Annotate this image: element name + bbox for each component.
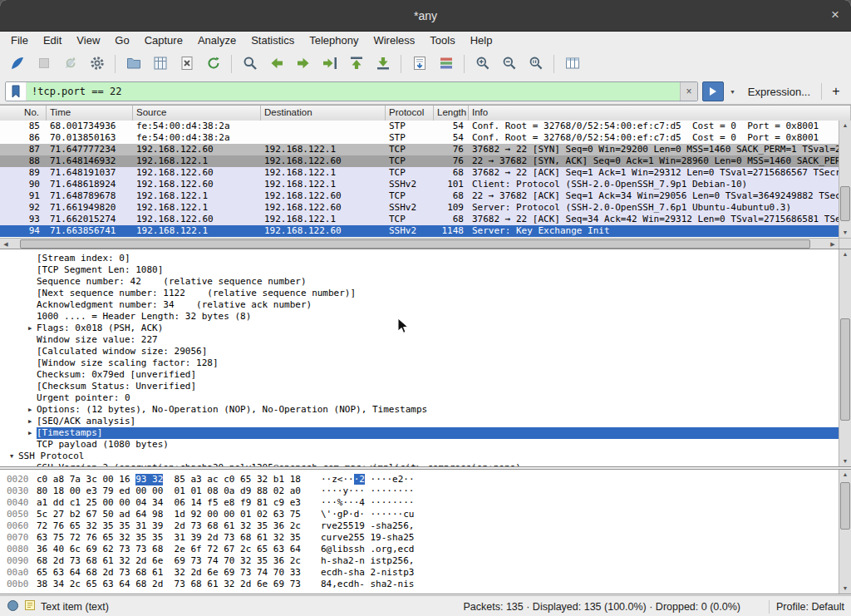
expander-icon[interactable]	[23, 439, 37, 451]
expander-icon[interactable]	[23, 381, 37, 392]
menu-item[interactable]: Tools	[422, 32, 462, 48]
hex-row[interactable]: 0040 a1 dd c1 25 00 00 04 34 06 14 f5 e8…	[0, 497, 839, 509]
filter-bookmark-icon[interactable]	[6, 82, 27, 101]
expander-icon[interactable]	[23, 357, 37, 369]
expander-icon[interactable]	[23, 311, 37, 323]
detail-line[interactable]: [Checksum Status: Unverified]	[0, 381, 839, 392]
detail-line[interactable]: Window size value: 227	[0, 334, 839, 346]
hex-vscrollbar[interactable]: ▲ ▼	[839, 470, 851, 594]
save-file-button[interactable]	[148, 53, 172, 76]
hex-row[interactable]: 0030 80 18 00 e3 79 ed 00 00 01 01 08 0a…	[0, 485, 839, 497]
scroll-down-icon[interactable]: ▼	[839, 584, 851, 594]
detail-line[interactable]: Urgent pointer: 0	[0, 392, 839, 404]
column-header[interactable]: Source	[133, 106, 261, 121]
scroll-track[interactable]	[839, 480, 851, 584]
column-header[interactable]: No.	[0, 106, 47, 121]
filter-history-dropdown-icon[interactable]: ▼	[728, 89, 737, 95]
detail-line[interactable]: Sequence number: 42 (relative sequence n…	[0, 276, 839, 288]
expander-icon[interactable]	[23, 392, 37, 404]
expander-icon[interactable]	[23, 369, 37, 381]
filter-add-button[interactable]: +	[826, 83, 846, 100]
packet-row[interactable]: 87 71.647777234 192.168.122.60 192.168.1…	[0, 144, 839, 155]
packet-row[interactable]: 93 71.662015274 192.168.122.60 192.168.1…	[0, 214, 839, 225]
detail-line[interactable]: [Window size scaling factor: 128]	[0, 357, 839, 369]
detail-line[interactable]: [Stream index: 0]	[0, 253, 839, 264]
go-last-packet-button[interactable]	[371, 53, 395, 76]
packet-list-vscrollbar[interactable]: ▲ ▼	[839, 121, 851, 238]
expander-icon[interactable]	[23, 334, 37, 346]
hex-row[interactable]: 0070 63 75 72 76 65 32 35 35 31 39 2d 73…	[0, 532, 839, 544]
reload-file-button[interactable]	[201, 53, 225, 76]
scroll-thumb[interactable]	[840, 186, 850, 221]
menu-item[interactable]: Go	[107, 32, 136, 48]
expander-icon[interactable]	[23, 346, 37, 357]
scroll-up-icon[interactable]: ▲	[839, 249, 851, 259]
column-header[interactable]: Info	[469, 106, 851, 121]
detail-vscrollbar[interactable]: ▲ ▼	[839, 249, 851, 466]
menu-item[interactable]: View	[69, 32, 107, 48]
expander-icon[interactable]: ▶	[23, 427, 37, 439]
scroll-track[interactable]	[839, 259, 851, 456]
column-header[interactable]: Protocol	[386, 106, 434, 121]
capture-options-button[interactable]	[85, 53, 109, 76]
packet-row[interactable]: 85 68.001734936 fe:54:00:d4:38:2a STP 54…	[0, 121, 839, 132]
expander-icon[interactable]: ▼	[5, 451, 18, 462]
expander-icon[interactable]: ▶	[23, 323, 37, 334]
detail-line[interactable]: ▶ Flags: 0x018 (PSH, ACK)	[0, 323, 839, 334]
packet-row[interactable]: 89 71.648191037 192.168.122.60 192.168.1…	[0, 167, 839, 179]
menu-item[interactable]: File	[3, 32, 36, 48]
hex-row[interactable]: 0050 5c 27 b2 67 50 ad 64 98 1d 92 00 00…	[0, 509, 839, 520]
go-back-button[interactable]	[264, 53, 288, 76]
expander-icon[interactable]: ▶	[23, 416, 37, 427]
profile-button[interactable]: Profile: Default	[776, 601, 844, 613]
expander-icon[interactable]	[23, 276, 37, 288]
packet-row[interactable]: 92 71.661949820 192.168.122.1 192.168.12…	[0, 202, 839, 214]
filter-input[interactable]: !tcp.port == 22	[27, 82, 680, 101]
menu-item[interactable]: Telephony	[302, 32, 366, 48]
zoom-out-button[interactable]	[497, 53, 521, 76]
menu-item[interactable]: Help	[463, 32, 500, 48]
menu-item[interactable]: Wireless	[366, 32, 422, 48]
packet-row[interactable]: 86 70.013850163 fe:54:00:d4:38:2a STP 54…	[0, 132, 839, 144]
display-filter-field[interactable]: !tcp.port == 22 ×	[5, 81, 698, 101]
scroll-thumb[interactable]	[840, 482, 850, 530]
find-packet-button[interactable]	[238, 53, 262, 76]
hex-row[interactable]: 00a0 65 63 64 68 2d 73 68 61 32 2d 6e 69…	[0, 567, 839, 579]
zoom-reset-button[interactable]	[524, 53, 548, 76]
resize-columns-button[interactable]	[560, 53, 584, 76]
go-to-packet-button[interactable]	[317, 53, 342, 76]
close-icon[interactable]: ×	[831, 7, 839, 23]
open-file-button[interactable]	[121, 53, 145, 76]
scroll-up-icon[interactable]: ▲	[839, 121, 851, 131]
column-header[interactable]: Time	[47, 106, 133, 121]
packet-row[interactable]: 94 71.663856741 192.168.122.1 192.168.12…	[0, 225, 839, 237]
packet-row[interactable]: 90 71.648618924 192.168.122.60 192.168.1…	[0, 179, 839, 190]
detail-line[interactable]: TCP payload (1080 bytes)	[0, 439, 839, 451]
detail-line[interactable]: Checksum: 0x79ed [unverified]	[0, 369, 839, 381]
restart-capture-button[interactable]	[58, 53, 82, 76]
colorize-button[interactable]	[434, 53, 458, 76]
detail-line[interactable]: ▶ [SEQ/ACK analysis]	[0, 416, 839, 427]
scroll-up-icon[interactable]: ▲	[839, 470, 851, 480]
hex-row[interactable]: 0080 36 40 6c 69 62 73 73 68 2e 6f 72 67…	[0, 544, 839, 555]
hex-row[interactable]: 0060 72 76 65 32 35 35 31 39 2d 73 68 61…	[0, 520, 839, 532]
scroll-thumb[interactable]	[20, 239, 811, 249]
expander-icon[interactable]	[23, 253, 37, 264]
expander-icon[interactable]	[23, 299, 37, 311]
detail-line[interactable]: Acknowledgment number: 34 (relative ack …	[0, 299, 839, 311]
expander-icon[interactable]	[23, 264, 37, 276]
zoom-in-button[interactable]	[470, 53, 494, 76]
column-header[interactable]: Length	[434, 106, 469, 121]
detail-line[interactable]: [TCP Segment Len: 1080]	[0, 264, 839, 276]
detail-line[interactable]: 1000 .... = Header Length: 32 bytes (8)	[0, 311, 839, 323]
titlebar[interactable]: *any ×	[0, 0, 851, 32]
hex-row[interactable]: 0020 c0 a8 7a 3c 00 16 93 32 85 a3 ac c0…	[0, 474, 839, 485]
expander-icon[interactable]	[23, 288, 37, 299]
packet-list-hscrollbar[interactable]: ◀ ▶	[0, 238, 839, 249]
close-file-button[interactable]	[175, 53, 199, 76]
expert-info-icon[interactable]	[7, 599, 19, 614]
filter-apply-button[interactable]	[702, 81, 724, 101]
expander-icon[interactable]	[23, 462, 37, 467]
filter-clear-icon[interactable]: ×	[680, 82, 697, 101]
start-capture-button[interactable]	[5, 53, 29, 76]
